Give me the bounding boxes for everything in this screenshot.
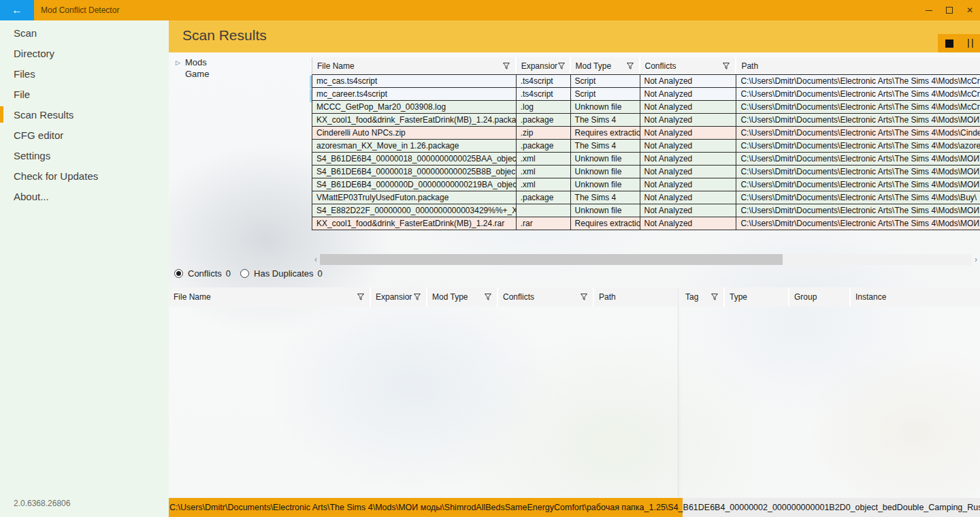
close-button[interactable]: ✕ <box>960 0 980 20</box>
radio-unselected-icon[interactable] <box>240 269 249 278</box>
scrollbar-thumb[interactable] <box>320 254 783 265</box>
cell-path: C:\Users\Dmitr\Documents\Electronic Arts… <box>736 75 980 87</box>
column-header-mod-type[interactable]: Mod Type <box>571 57 640 74</box>
cell-conflicts: Not Analyzed <box>640 140 737 152</box>
sidebar-item-settings[interactable]: Settings <box>0 145 169 166</box>
table-row[interactable]: KX_cool1_food&drink_FasterEatDrink(MB)_1… <box>312 217 980 230</box>
result-filters: Conflicts 0 Has Duplicates 0 <box>174 268 332 279</box>
table-row[interactable]: S4_B61DE6B4_00000018_0000000000025B8B_ob… <box>312 166 980 178</box>
table-row[interactable]: MCCC_GetPop_Mar20_003908.log.logUnknown … <box>312 101 980 114</box>
filter-icon[interactable] <box>413 293 421 301</box>
minimize-icon <box>926 10 932 11</box>
column-header-mod-type[interactable]: Mod Type <box>427 287 498 307</box>
cell-file-name: S4_E882D22F_00000000_0000000000003429%%+… <box>312 204 517 217</box>
cell-path: C:\Users\Dmitr\Documents\Electronic Arts… <box>736 88 980 100</box>
cell-file-name: Cinderelli Auto NPCs.zip <box>312 127 517 139</box>
cell-mod-type: The Sims 4 <box>571 114 640 126</box>
cell-expansion: .zip <box>517 127 571 139</box>
page-header: Scan Results <box>169 20 980 52</box>
column-label: Type <box>730 292 747 302</box>
cell-file-name: KX_cool1_food&drink_FasterEatDrink(MB)_1… <box>312 217 517 230</box>
stop-scan-button[interactable] <box>945 40 953 48</box>
sidebar-item-check-for-updates[interactable]: Check for Updates <box>0 166 169 186</box>
column-header-file-name[interactable]: File Name <box>169 287 371 307</box>
scrollbar-track[interactable] <box>320 254 972 265</box>
cell-conflicts: Not Analyzed <box>640 217 737 230</box>
column-label: Tag <box>685 292 698 302</box>
column-label: File Name <box>317 61 355 71</box>
tree-item-label: Game <box>185 69 209 79</box>
conflicts-radio[interactable]: Conflicts 0 <box>174 268 231 279</box>
table-row[interactable]: azoresman_KX_Move_in 1.26.package.packag… <box>312 140 980 153</box>
filter-icon[interactable] <box>502 62 510 70</box>
has-duplicates-radio[interactable]: Has Duplicates 0 <box>240 268 323 279</box>
column-header-instance[interactable]: Instance <box>851 287 980 307</box>
cell-file-name: KX_cool1_food&drink_FasterEatDrink(MB)_1… <box>312 114 517 126</box>
column-header-expansior[interactable]: Expansior <box>517 57 571 74</box>
sidebar-item-cfg-editor[interactable]: CFG editor <box>0 125 169 145</box>
table-row[interactable]: S4_B61DE6B4_0000000D_00000000000219BA_ob… <box>312 178 980 191</box>
table-row[interactable]: mc_career.ts4script.ts4scriptScriptNot A… <box>312 88 980 101</box>
column-header-conflicts[interactable]: Conflicts <box>498 287 594 307</box>
horizontal-scrollbar[interactable]: ‹ › <box>312 253 980 265</box>
cell-mod-type: Unknown file <box>571 153 640 165</box>
cell-file-name: MCCC_GetPop_Mar20_003908.log <box>312 101 517 113</box>
sidebar-item-label: Scan Results <box>14 109 74 121</box>
details-left-header: File NameExpansiorMod TypeConflictsPath <box>169 287 677 307</box>
column-header-file-name[interactable]: File Name <box>312 57 517 74</box>
filter-icon[interactable] <box>580 293 588 301</box>
tree-item-game[interactable]: Game <box>176 68 209 80</box>
table-row[interactable]: Cinderelli Auto NPCs.zip.zipRequires ext… <box>312 127 980 140</box>
minimize-button[interactable] <box>919 0 939 20</box>
cell-expansion: .log <box>517 101 571 113</box>
sidebar-item-scan-results[interactable]: Scan Results <box>0 104 169 125</box>
filter-icon[interactable] <box>357 293 365 301</box>
content-area: ▷ Mods Game File NameExpansiorMod TypeCo… <box>169 52 980 498</box>
results-table-header: File NameExpansiorMod TypeConflictsPath <box>312 57 980 75</box>
sidebar-item-directory[interactable]: Directory <box>0 43 169 63</box>
maximize-button[interactable] <box>939 0 960 20</box>
cell-path: C:\Users\Dmitr\Documents\Electronic Arts… <box>736 217 980 230</box>
column-header-path[interactable]: Path <box>736 57 980 74</box>
table-row[interactable]: KX_cool1_food&drink_FasterEatDrink(MB)_1… <box>312 114 980 127</box>
table-row[interactable]: S4_B61DE6B4_00000018_0000000000025BAA_ob… <box>312 153 980 166</box>
cell-expansion: .xml <box>517 166 571 178</box>
cell-conflicts: Not Analyzed <box>640 191 737 204</box>
radio-selected-icon[interactable] <box>174 269 183 278</box>
filter-icon[interactable] <box>710 293 719 301</box>
tree-expander-icon[interactable]: ▷ <box>176 59 185 66</box>
column-header-expansior[interactable]: Expansior <box>371 287 427 307</box>
tree-item-mods[interactable]: ▷ Mods <box>176 57 209 68</box>
pause-scan-button[interactable] <box>968 39 973 48</box>
scroll-right-icon[interactable]: › <box>972 255 980 264</box>
column-header-conflicts[interactable]: Conflicts <box>640 57 737 74</box>
table-row[interactable]: S4_E882D22F_00000000_0000000000003429%%+… <box>312 204 980 217</box>
cell-conflicts: Not Analyzed <box>640 153 737 165</box>
sidebar-item-scan[interactable]: Scan <box>0 22 169 43</box>
statusbar: C:\Users\Dmitr\Documents\Electronic Arts… <box>169 498 980 517</box>
sidebar-item-file[interactable]: File <box>0 84 169 104</box>
filter-icon[interactable] <box>626 62 634 70</box>
cell-mod-type: Script <box>571 88 640 100</box>
filter-icon[interactable] <box>722 62 730 70</box>
column-header-tag[interactable]: Tag <box>681 287 725 307</box>
sidebar-item-label: Directory <box>14 48 54 59</box>
sidebar-item-files[interactable]: Files <box>0 63 169 84</box>
cell-path: C:\Users\Dmitr\Documents\Electronic Arts… <box>736 191 980 204</box>
column-header-group[interactable]: Group <box>789 287 851 307</box>
sidebar-item-about[interactable]: About... <box>0 186 169 206</box>
window-controls: ✕ <box>919 0 980 20</box>
cell-mod-type: Unknown file <box>571 178 640 191</box>
column-header-type[interactable]: Type <box>725 287 789 307</box>
table-row[interactable]: mc_cas.ts4script.ts4scriptScriptNot Anal… <box>312 75 980 88</box>
version-label: 2.0.6368.26806 <box>14 499 70 508</box>
table-row[interactable]: VMattEP03TrulyUsedFuton.package.packageT… <box>312 191 980 204</box>
back-button[interactable]: ← <box>0 0 34 20</box>
column-header-path[interactable]: Path <box>594 287 677 307</box>
cell-mod-type: Requires extraction <box>571 127 640 139</box>
scroll-left-icon[interactable]: ‹ <box>312 255 320 264</box>
filter-icon[interactable] <box>484 293 492 301</box>
filter-icon[interactable] <box>557 62 566 70</box>
cell-expansion: .xml <box>517 153 571 165</box>
app-window: ← Mod Conflict Detector ✕ ScanDirectoryF… <box>0 0 980 517</box>
